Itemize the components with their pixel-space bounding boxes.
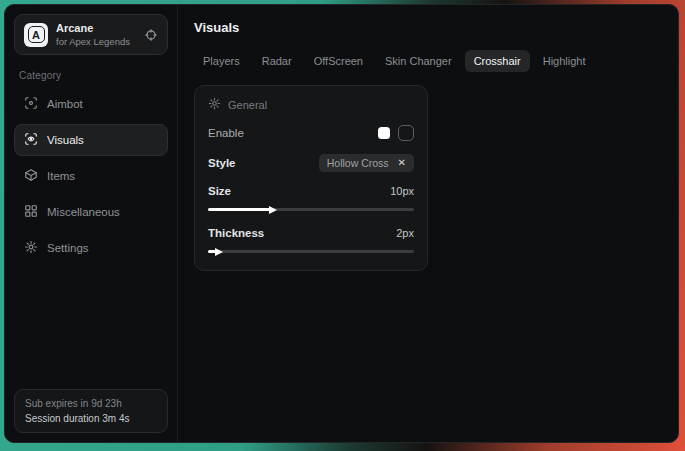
slider-thumb[interactable] (215, 248, 223, 256)
sidebar: A Arcane for Apex Legends Category Aimbo… (5, 5, 178, 442)
tab-offscreen[interactable]: OffScreen (305, 50, 372, 72)
sidebar-item-aimbot[interactable]: Aimbot (14, 88, 168, 120)
slider-fill (208, 250, 216, 253)
size-slider[interactable] (208, 205, 414, 214)
clear-icon[interactable]: ✕ (398, 158, 406, 168)
thickness-row: Thickness 2px (208, 227, 414, 239)
sidebar-item-settings[interactable]: Settings (14, 232, 168, 264)
sidebar-item-label: Aimbot (47, 98, 83, 110)
enable-checkbox[interactable] (398, 125, 414, 141)
app-logo: A (24, 23, 48, 47)
enable-row: Enable (208, 125, 414, 141)
slider-fill (208, 208, 270, 211)
color-swatch[interactable] (378, 127, 390, 139)
scan-eye-icon (24, 132, 38, 148)
slider-track (208, 208, 414, 211)
logo-card: A Arcane for Apex Legends (14, 14, 168, 55)
style-label: Style (208, 157, 236, 169)
cog-icon (208, 97, 221, 112)
size-label: Size (208, 185, 231, 197)
enable-label: Enable (208, 127, 244, 139)
tab-radar[interactable]: Radar (253, 50, 301, 72)
size-row: Size 10px (208, 185, 414, 197)
tab-skin-changer[interactable]: Skin Changer (376, 50, 461, 72)
style-row: Style Hollow Cross ✕ (208, 154, 414, 172)
sub-expiry-text: Sub expires in 9d 23h (25, 398, 157, 409)
style-selected-value: Hollow Cross (327, 157, 389, 169)
style-select[interactable]: Hollow Cross ✕ (319, 154, 414, 172)
slider-thumb[interactable] (269, 206, 277, 214)
session-duration-text: Session duration 3m 4s (25, 413, 157, 424)
tab-highlight[interactable]: Highlight (534, 50, 595, 72)
crosshair-icon[interactable] (144, 28, 158, 42)
sidebar-item-label: Settings (47, 242, 89, 254)
subscription-status-card: Sub expires in 9d 23h Session duration 3… (14, 389, 168, 433)
scan-crosshair-icon (24, 96, 38, 112)
sidebar-item-visuals[interactable]: Visuals (14, 124, 168, 156)
sidebar-item-label: Items (47, 170, 75, 182)
gear-icon (24, 240, 38, 256)
size-value: 10px (390, 185, 414, 197)
package-icon (24, 168, 38, 184)
page-title: Visuals (194, 20, 662, 35)
tab-players[interactable]: Players (194, 50, 249, 72)
main-content: Visuals Players Radar OffScreen Skin Cha… (178, 5, 678, 442)
app-subtitle: for Apex Legends (56, 36, 130, 47)
grid-icon (24, 204, 38, 220)
category-label: Category (19, 70, 163, 81)
thickness-label: Thickness (208, 227, 264, 239)
panel-title: General (228, 99, 267, 111)
logo-initial: A (28, 26, 45, 43)
sidebar-item-items[interactable]: Items (14, 160, 168, 192)
sidebar-item-label: Visuals (47, 134, 84, 146)
app-title: Arcane (56, 22, 130, 34)
general-panel: General Enable Style Hollow Cross ✕ (194, 85, 428, 271)
slider-track (208, 250, 414, 253)
sidebar-item-label: Miscellaneous (47, 206, 120, 218)
tab-bar: Players Radar OffScreen Skin Changer Cro… (194, 50, 662, 72)
tab-crosshair[interactable]: Crosshair (465, 50, 530, 72)
thickness-value: 2px (396, 227, 414, 239)
thickness-slider[interactable] (208, 247, 414, 256)
sidebar-item-miscellaneous[interactable]: Miscellaneous (14, 196, 168, 228)
app-window: A Arcane for Apex Legends Category Aimbo… (4, 4, 679, 443)
